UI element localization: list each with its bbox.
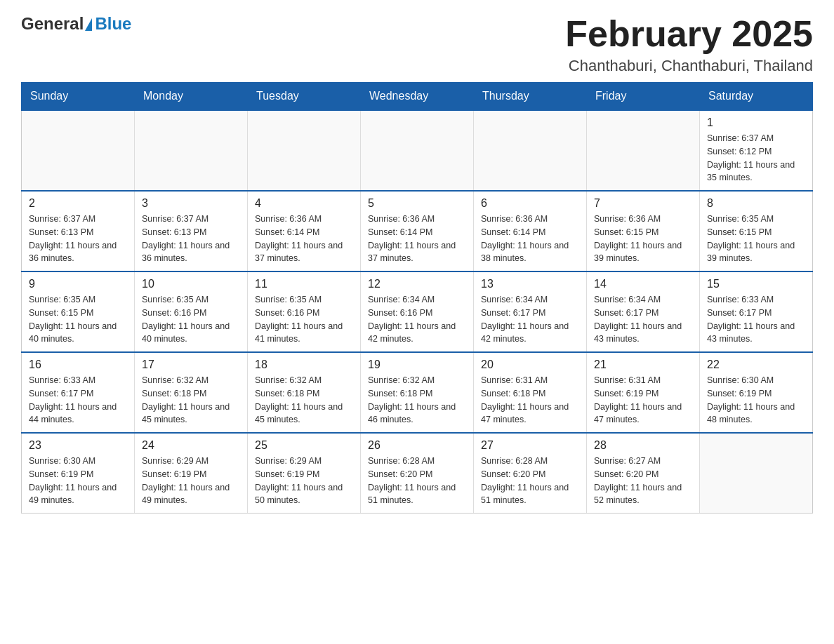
day-info: Sunrise: 6:36 AM Sunset: 6:14 PM Dayligh… [368,213,466,265]
calendar-day-header: Friday [587,83,700,111]
day-info: Sunrise: 6:34 AM Sunset: 6:16 PM Dayligh… [368,293,466,346]
day-number: 15 [707,278,805,290]
day-number: 12 [368,278,466,290]
day-info: Sunrise: 6:35 AM Sunset: 6:16 PM Dayligh… [142,293,240,346]
calendar-cell: 19Sunrise: 6:32 AM Sunset: 6:18 PM Dayli… [361,352,474,433]
calendar-week-row: 9Sunrise: 6:35 AM Sunset: 6:15 PM Daylig… [22,271,813,352]
calendar-cell: 26Sunrise: 6:28 AM Sunset: 6:20 PM Dayli… [361,433,474,514]
day-number: 28 [594,439,692,452]
day-number: 20 [481,358,579,371]
day-number: 11 [255,278,353,290]
day-info: Sunrise: 6:37 AM Sunset: 6:13 PM Dayligh… [29,213,127,265]
day-info: Sunrise: 6:29 AM Sunset: 6:19 PM Dayligh… [142,455,240,507]
day-number: 2 [29,197,127,210]
calendar-cell [248,110,361,191]
calendar-cell [361,110,474,191]
calendar-cell [22,110,135,191]
calendar-cell: 17Sunrise: 6:32 AM Sunset: 6:18 PM Dayli… [135,352,248,433]
day-info: Sunrise: 6:28 AM Sunset: 6:20 PM Dayligh… [368,455,466,507]
title-area: February 2025 Chanthaburi, Chanthaburi, … [565,14,813,75]
location-title: Chanthaburi, Chanthaburi, Thailand [565,57,813,75]
month-title: February 2025 [565,14,813,54]
day-info: Sunrise: 6:31 AM Sunset: 6:18 PM Dayligh… [481,374,579,427]
calendar-week-row: 23Sunrise: 6:30 AM Sunset: 6:19 PM Dayli… [22,433,813,514]
calendar-cell: 25Sunrise: 6:29 AM Sunset: 6:19 PM Dayli… [248,433,361,514]
day-number: 6 [481,197,579,210]
calendar-cell: 11Sunrise: 6:35 AM Sunset: 6:16 PM Dayli… [248,271,361,352]
day-info: Sunrise: 6:35 AM Sunset: 6:15 PM Dayligh… [707,213,805,265]
day-number: 26 [368,439,466,452]
calendar-cell: 20Sunrise: 6:31 AM Sunset: 6:18 PM Dayli… [474,352,587,433]
calendar-day-header: Monday [135,83,248,111]
day-info: Sunrise: 6:32 AM Sunset: 6:18 PM Dayligh… [255,374,353,427]
day-number: 18 [255,358,353,371]
day-number: 16 [29,358,127,371]
day-number: 27 [481,439,579,452]
calendar-cell: 5Sunrise: 6:36 AM Sunset: 6:14 PM Daylig… [361,191,474,271]
day-info: Sunrise: 6:33 AM Sunset: 6:17 PM Dayligh… [707,293,805,346]
calendar-cell: 24Sunrise: 6:29 AM Sunset: 6:19 PM Dayli… [135,433,248,514]
day-info: Sunrise: 6:28 AM Sunset: 6:20 PM Dayligh… [481,455,579,507]
day-info: Sunrise: 6:34 AM Sunset: 6:17 PM Dayligh… [594,293,692,346]
day-number: 14 [594,278,692,290]
day-info: Sunrise: 6:35 AM Sunset: 6:16 PM Dayligh… [255,293,353,346]
day-number: 19 [368,358,466,371]
calendar-cell: 4Sunrise: 6:36 AM Sunset: 6:14 PM Daylig… [248,191,361,271]
day-info: Sunrise: 6:36 AM Sunset: 6:14 PM Dayligh… [255,213,353,265]
day-number: 3 [142,197,240,210]
calendar-cell: 6Sunrise: 6:36 AM Sunset: 6:14 PM Daylig… [474,191,587,271]
day-info: Sunrise: 6:33 AM Sunset: 6:17 PM Dayligh… [29,374,127,427]
day-info: Sunrise: 6:34 AM Sunset: 6:17 PM Dayligh… [481,293,579,346]
day-info: Sunrise: 6:32 AM Sunset: 6:18 PM Dayligh… [368,374,466,427]
day-number: 1 [707,116,805,129]
page-header: General Blue February 2025 Chanthaburi, … [21,14,813,75]
day-info: Sunrise: 6:36 AM Sunset: 6:15 PM Dayligh… [594,213,692,265]
calendar-cell: 13Sunrise: 6:34 AM Sunset: 6:17 PM Dayli… [474,271,587,352]
day-number: 5 [368,197,466,210]
calendar-cell: 3Sunrise: 6:37 AM Sunset: 6:13 PM Daylig… [135,191,248,271]
calendar-day-header: Sunday [22,83,135,111]
calendar-cell [474,110,587,191]
calendar-cell: 28Sunrise: 6:27 AM Sunset: 6:20 PM Dayli… [587,433,700,514]
logo: General Blue [21,14,131,34]
calendar-cell [587,110,700,191]
logo-triangle-icon [85,18,92,31]
day-info: Sunrise: 6:37 AM Sunset: 6:12 PM Dayligh… [707,132,805,185]
calendar-cell: 23Sunrise: 6:30 AM Sunset: 6:19 PM Dayli… [22,433,135,514]
calendar-day-header: Saturday [700,83,813,111]
calendar-cell: 18Sunrise: 6:32 AM Sunset: 6:18 PM Dayli… [248,352,361,433]
day-info: Sunrise: 6:32 AM Sunset: 6:18 PM Dayligh… [142,374,240,427]
logo-blue-text: Blue [95,14,131,34]
day-info: Sunrise: 6:30 AM Sunset: 6:19 PM Dayligh… [29,455,127,507]
day-number: 22 [707,358,805,371]
calendar-day-header: Wednesday [361,83,474,111]
calendar-cell: 10Sunrise: 6:35 AM Sunset: 6:16 PM Dayli… [135,271,248,352]
day-number: 17 [142,358,240,371]
day-info: Sunrise: 6:30 AM Sunset: 6:19 PM Dayligh… [707,374,805,427]
day-info: Sunrise: 6:29 AM Sunset: 6:19 PM Dayligh… [255,455,353,507]
calendar-cell: 21Sunrise: 6:31 AM Sunset: 6:19 PM Dayli… [587,352,700,433]
calendar-cell: 16Sunrise: 6:33 AM Sunset: 6:17 PM Dayli… [22,352,135,433]
calendar-cell [700,433,813,514]
calendar-cell: 27Sunrise: 6:28 AM Sunset: 6:20 PM Dayli… [474,433,587,514]
calendar-cell: 12Sunrise: 6:34 AM Sunset: 6:16 PM Dayli… [361,271,474,352]
day-info: Sunrise: 6:36 AM Sunset: 6:14 PM Dayligh… [481,213,579,265]
day-info: Sunrise: 6:37 AM Sunset: 6:13 PM Dayligh… [142,213,240,265]
day-number: 25 [255,439,353,452]
logo-general-text: General [21,14,84,34]
calendar-cell: 15Sunrise: 6:33 AM Sunset: 6:17 PM Dayli… [700,271,813,352]
day-info: Sunrise: 6:31 AM Sunset: 6:19 PM Dayligh… [594,374,692,427]
day-number: 9 [29,278,127,290]
calendar-cell: 22Sunrise: 6:30 AM Sunset: 6:19 PM Dayli… [700,352,813,433]
calendar-week-row: 1Sunrise: 6:37 AM Sunset: 6:12 PM Daylig… [22,110,813,191]
calendar-week-row: 16Sunrise: 6:33 AM Sunset: 6:17 PM Dayli… [22,352,813,433]
day-number: 7 [594,197,692,210]
day-number: 21 [594,358,692,371]
day-number: 13 [481,278,579,290]
calendar-cell: 14Sunrise: 6:34 AM Sunset: 6:17 PM Dayli… [587,271,700,352]
calendar-cell: 9Sunrise: 6:35 AM Sunset: 6:15 PM Daylig… [22,271,135,352]
calendar-day-header: Tuesday [248,83,361,111]
calendar-table: SundayMondayTuesdayWednesdayThursdayFrid… [21,82,813,514]
calendar-week-row: 2Sunrise: 6:37 AM Sunset: 6:13 PM Daylig… [22,191,813,271]
day-number: 24 [142,439,240,452]
